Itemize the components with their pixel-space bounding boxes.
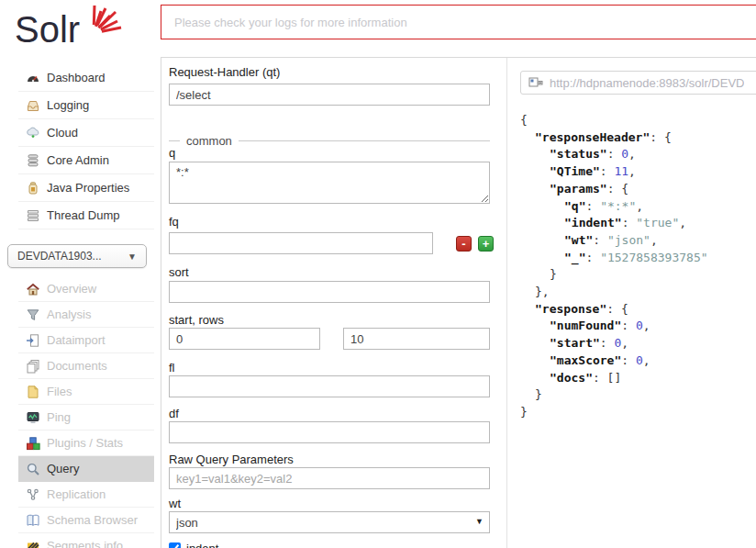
sidebar-item-analysis[interactable]: Analysis [18,302,154,328]
sidebar-item-plugins-stats[interactable]: Plugins / Stats [18,431,154,456]
start-input[interactable] [169,328,320,350]
sidebar-item-label: Files [47,385,72,398]
sidebar-item-label: Plugins / Stats [47,436,123,450]
sidebar-item-label: Thread Dump [47,208,119,222]
content-panel: Request-Handler (qt) common q *:* fq - +… [161,57,756,548]
df-input[interactable] [169,421,490,443]
java-properties-icon [26,181,40,196]
sidebar-item-core-admin[interactable]: Core Admin [18,147,154,174]
sidebar: Dashboard Logging Cloud Core Admin Java … [0,64,154,229]
sidebar-item-label: Replication [47,487,106,501]
error-banner: Please check your logs for more informat… [161,5,756,39]
sidebar-item-label: Ping [47,410,71,424]
request-handler-label: Request-Handler (qt) [169,65,280,79]
indent-checkbox[interactable] [169,542,181,548]
sidebar-item-ping[interactable]: Ping [18,405,154,431]
sidebar-item-segments-info[interactable]: Segments info [18,533,154,548]
sidebar-item-label: Java Properties [47,181,129,195]
common-section-label: common [186,134,232,148]
sidebar-item-label: Documents [47,359,107,373]
response-json: {"responseHeader": {"status": 0,"QTime":… [520,112,756,421]
indent-label: indent [186,542,218,548]
sidebar-item-label: Core Admin [47,153,109,167]
sidebar-item-files[interactable]: Files [18,379,154,405]
sidebar-item-label: Dataimport [47,333,106,347]
indent-field: indent [169,542,218,548]
response-url-link[interactable]: http://hdpnamenode:8983/solr/DEVD [520,71,756,95]
sidebar-item-query[interactable]: Query [18,456,154,482]
segments-info-icon [26,539,40,548]
sidebar-item-label: Dashboard [47,71,106,84]
sidebar-item-replication[interactable]: Replication [18,482,154,508]
core-selector-dropdown[interactable]: DEVDATA1903... ▼ [7,244,147,268]
sidebar-item-label: Segments info [47,539,123,548]
sidebar-item-java-properties[interactable]: Java Properties [18,174,154,202]
replication-icon [26,487,40,502]
analysis-icon [26,308,40,322]
sidebar-item-label: Overview [47,282,96,296]
rows-input[interactable] [343,328,490,350]
fq-add-button[interactable]: + [478,236,494,252]
raw-query-parameters-label: Raw Query Parameters [169,453,294,466]
sidebar-core-menu: Overview Analysis Dataimport Documents F… [0,276,154,548]
sort-input[interactable] [169,281,490,303]
files-icon [26,385,40,399]
response-panel: http://hdpnamenode:8983/solr/DEVD {"resp… [506,58,756,548]
sidebar-item-thread-dump[interactable]: Thread Dump [18,202,154,229]
sidebar-item-dataimport[interactable]: Dataimport [18,328,154,353]
sidebar-item-label: Cloud [47,126,78,140]
common-section-toggle[interactable]: common [169,134,490,148]
response-url-text: http://hdpnamenode:8983/solr/DEVD [550,76,744,90]
sidebar-item-documents[interactable]: Documents [18,353,154,379]
core-selector-value: DEVDATA1903... [17,250,128,263]
logging-icon [26,98,40,113]
start-rows-label: start, rows [169,313,224,327]
q-textarea[interactable]: *:* [169,162,490,204]
plugins-stats-icon [26,436,40,451]
query-icon [26,462,40,476]
sidebar-item-overview[interactable]: Overview [18,276,154,302]
sidebar-item-label: Schema Browser [47,513,138,527]
core-admin-icon [26,153,40,168]
solr-logo-rays-icon [86,4,128,35]
sidebar-item-cloud[interactable]: Cloud [18,119,154,147]
fq-label: fq [169,215,179,229]
df-label: df [169,407,179,420]
sidebar-item-logging[interactable]: Logging [18,92,154,119]
sidebar-item-dashboard[interactable]: Dashboard [18,64,154,92]
dataimport-icon [26,333,40,348]
documents-icon [26,359,40,374]
q-label: q [169,146,175,160]
schema-browser-icon [26,513,40,528]
sidebar-item-label: Query [47,462,79,475]
sidebar-item-label: Analysis [47,308,91,321]
fq-input[interactable] [169,232,433,254]
fl-input[interactable] [169,375,490,397]
error-banner-message: Please check your logs for more informat… [174,16,407,29]
url-window-icon [528,75,543,90]
sidebar-item-label: Logging [47,98,89,112]
ping-icon [26,410,40,425]
solr-logo[interactable]: Solr [15,6,152,53]
sidebar-main-menu: Dashboard Logging Cloud Core Admin Java … [0,64,154,229]
wt-label: wt [169,497,181,510]
fl-label: fl [169,361,175,375]
solr-logo-text: Solr [15,9,80,50]
overview-icon [26,282,40,296]
wt-select[interactable]: json [169,511,490,533]
request-handler-input[interactable] [169,84,490,106]
chevron-down-icon: ▼ [128,252,137,262]
fq-remove-button[interactable]: - [456,236,472,252]
sort-label: sort [169,265,189,279]
thread-dump-icon [26,208,40,223]
dashboard-icon [26,71,40,85]
sidebar-item-schema-browser[interactable]: Schema Browser [18,508,154,533]
cloud-icon [26,126,40,140]
raw-query-parameters-input[interactable] [169,467,490,489]
